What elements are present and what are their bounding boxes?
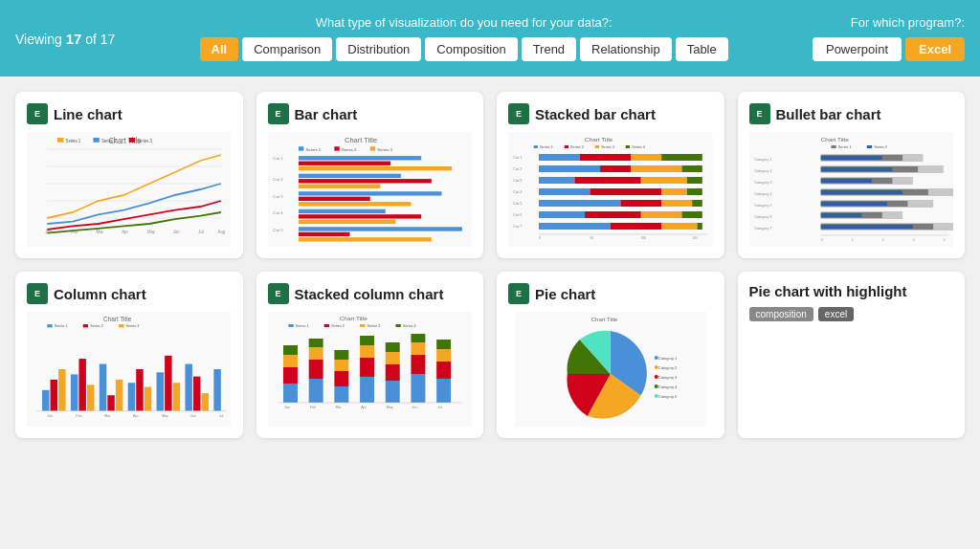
pie-chart-highlight-card[interactable]: Pie chart with highlight composition exc… bbox=[738, 272, 966, 438]
svg-text:Series 1: Series 1 bbox=[295, 324, 308, 328]
svg-rect-88 bbox=[681, 211, 702, 218]
svg-text:Cat 2: Cat 2 bbox=[273, 177, 283, 182]
svg-text:Category 2: Category 2 bbox=[754, 169, 771, 173]
excel-icon: E bbox=[268, 103, 289, 124]
svg-rect-35 bbox=[299, 191, 441, 195]
filter-trend[interactable]: Trend bbox=[522, 37, 576, 61]
tag-composition: composition bbox=[749, 307, 813, 321]
svg-text:2: 2 bbox=[881, 238, 883, 242]
svg-text:May: May bbox=[162, 414, 168, 418]
svg-rect-86 bbox=[585, 211, 641, 218]
svg-rect-205 bbox=[411, 355, 425, 374]
filter-all[interactable]: All bbox=[200, 37, 239, 61]
svg-rect-108 bbox=[820, 156, 881, 160]
svg-rect-32 bbox=[299, 174, 401, 178]
svg-point-229 bbox=[655, 375, 658, 379]
svg-rect-31 bbox=[299, 166, 452, 170]
filter-composition[interactable]: Composition bbox=[425, 37, 517, 61]
svg-text:Series 1: Series 1 bbox=[305, 147, 321, 152]
svg-rect-71 bbox=[574, 177, 640, 184]
svg-rect-30 bbox=[299, 162, 390, 165]
svg-text:Apr: Apr bbox=[361, 406, 368, 409]
svg-text:Category 4: Category 4 bbox=[658, 384, 678, 389]
stacked-column-chart-card[interactable]: E Stacked column chart Chart Title Serie… bbox=[256, 272, 484, 438]
svg-text:Jul: Jul bbox=[219, 414, 224, 418]
svg-text:Category 5: Category 5 bbox=[754, 204, 771, 208]
svg-text:Aug: Aug bbox=[218, 229, 226, 233]
svg-rect-197 bbox=[360, 358, 374, 377]
column-chart-title: Column chart bbox=[54, 286, 146, 302]
svg-text:Series 2: Series 2 bbox=[101, 139, 117, 143]
svg-rect-33 bbox=[299, 179, 432, 183]
excel-icon: E bbox=[27, 283, 48, 304]
svg-text:Category 2: Category 2 bbox=[658, 365, 678, 370]
svg-rect-34 bbox=[299, 185, 380, 188]
svg-rect-128 bbox=[820, 213, 861, 217]
svg-text:50: 50 bbox=[590, 236, 593, 240]
chart-grid: E Line chart Chart Title bbox=[0, 77, 980, 453]
svg-rect-72 bbox=[641, 177, 687, 184]
program-excel[interactable]: Excel bbox=[905, 37, 965, 61]
svg-rect-190 bbox=[308, 347, 323, 360]
svg-text:Series 2: Series 2 bbox=[570, 145, 584, 149]
svg-rect-180 bbox=[360, 324, 365, 327]
svg-text:Series 3: Series 3 bbox=[137, 139, 152, 143]
svg-text:Cat 5: Cat 5 bbox=[513, 202, 522, 206]
pie-chart-card[interactable]: E Pie chart Chart Title Category 1 C bbox=[497, 272, 724, 438]
svg-rect-210 bbox=[436, 349, 451, 362]
filter-table[interactable]: Table bbox=[676, 37, 728, 61]
bar-chart-card[interactable]: E Bar chart Chart Title Series 1 Series … bbox=[256, 92, 484, 258]
svg-rect-162 bbox=[185, 364, 191, 411]
svg-text:Category 3: Category 3 bbox=[658, 375, 678, 380]
svg-text:Series 2: Series 2 bbox=[874, 145, 887, 149]
svg-point-227 bbox=[655, 356, 658, 360]
svg-text:Chart Title: Chart Title bbox=[345, 136, 377, 144]
svg-text:Jun: Jun bbox=[190, 414, 196, 418]
excel-icon: E bbox=[508, 283, 529, 304]
svg-rect-82 bbox=[661, 200, 692, 207]
svg-text:Jan: Jan bbox=[45, 229, 52, 233]
program-powerpoint[interactable]: Powerpoint bbox=[813, 37, 902, 61]
program-section: For which program?: Powerpoint Excel bbox=[813, 15, 965, 61]
line-chart-card[interactable]: E Line chart Chart Title bbox=[15, 92, 243, 258]
svg-rect-73 bbox=[687, 177, 702, 184]
svg-rect-90 bbox=[539, 223, 611, 230]
svg-text:4: 4 bbox=[943, 238, 945, 242]
filter-comparison[interactable]: Comparison bbox=[242, 37, 332, 61]
program-question: For which program?: bbox=[851, 15, 965, 30]
svg-text:Category 6: Category 6 bbox=[754, 215, 771, 219]
svg-text:0: 0 bbox=[539, 236, 541, 240]
svg-rect-41 bbox=[299, 227, 462, 231]
excel-icon: E bbox=[508, 103, 529, 124]
svg-rect-53 bbox=[565, 145, 568, 148]
svg-text:Series 1: Series 1 bbox=[540, 145, 553, 149]
filter-distribution[interactable]: Distribution bbox=[336, 37, 421, 61]
filter-relationship[interactable]: Relationship bbox=[580, 37, 672, 61]
svg-text:May: May bbox=[386, 406, 392, 409]
svg-rect-206 bbox=[411, 342, 425, 355]
svg-rect-196 bbox=[360, 377, 374, 403]
svg-rect-159 bbox=[157, 372, 164, 410]
column-chart-preview: Chart Title Series 1 Series 2 Series 3 bbox=[27, 312, 232, 427]
svg-rect-132 bbox=[820, 225, 912, 229]
svg-text:Jan: Jan bbox=[284, 406, 290, 409]
pie-chart-title: Pie chart bbox=[535, 286, 595, 302]
svg-rect-7 bbox=[57, 138, 63, 143]
svg-rect-92 bbox=[661, 223, 697, 230]
line-chart-title: Line chart bbox=[54, 106, 122, 122]
svg-text:Series 1: Series 1 bbox=[55, 324, 68, 328]
svg-rect-165 bbox=[213, 369, 220, 411]
svg-rect-150 bbox=[71, 374, 78, 410]
stacked-bar-chart-card[interactable]: E Stacked bar chart Chart Title Series 1… bbox=[497, 92, 724, 258]
svg-rect-112 bbox=[820, 167, 892, 171]
column-chart-card[interactable]: E Column chart Chart Title Series 1 Seri… bbox=[15, 272, 243, 438]
svg-rect-81 bbox=[620, 200, 661, 207]
svg-text:Chart Title: Chart Title bbox=[103, 316, 132, 322]
svg-rect-42 bbox=[299, 232, 349, 236]
svg-text:Apr: Apr bbox=[122, 229, 128, 233]
svg-rect-200 bbox=[385, 381, 399, 403]
bullet-bar-chart-card[interactable]: E Bullet bar chart Chart Title Series 1 … bbox=[738, 92, 966, 258]
svg-rect-43 bbox=[299, 237, 432, 241]
svg-rect-198 bbox=[360, 345, 374, 358]
svg-rect-191 bbox=[308, 339, 323, 347]
